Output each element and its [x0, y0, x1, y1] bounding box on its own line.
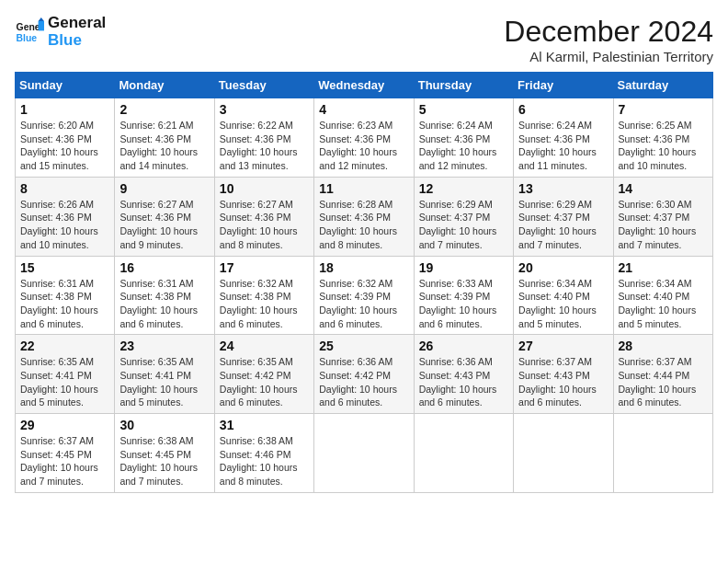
- logo-line1: General: [48, 15, 106, 32]
- day-info: Sunrise: 6:32 AM Sunset: 4:38 PM Dayligh…: [220, 277, 309, 331]
- calendar-cell: 29Sunrise: 6:37 AM Sunset: 4:45 PM Dayli…: [16, 414, 115, 493]
- calendar-cell: 11Sunrise: 6:28 AM Sunset: 4:36 PM Dayli…: [314, 177, 414, 256]
- calendar-cell: 7Sunrise: 6:25 AM Sunset: 4:36 PM Daylig…: [613, 98, 712, 178]
- logo: General Blue General Blue: [15, 15, 106, 49]
- day-info: Sunrise: 6:27 AM Sunset: 4:36 PM Dayligh…: [119, 198, 209, 252]
- day-number: 13: [518, 181, 608, 196]
- week-row-4: 22Sunrise: 6:35 AM Sunset: 4:41 PM Dayli…: [16, 335, 713, 414]
- calendar-cell: 23Sunrise: 6:35 AM Sunset: 4:41 PM Dayli…: [115, 335, 214, 414]
- day-number: 5: [419, 102, 508, 117]
- day-info: Sunrise: 6:24 AM Sunset: 4:36 PM Dayligh…: [518, 119, 608, 173]
- day-info: Sunrise: 6:35 AM Sunset: 4:41 PM Dayligh…: [119, 355, 209, 409]
- day-number: 26: [419, 339, 508, 353]
- day-info: Sunrise: 6:29 AM Sunset: 4:37 PM Dayligh…: [419, 198, 508, 252]
- day-number: 29: [20, 418, 109, 432]
- day-info: Sunrise: 6:32 AM Sunset: 4:39 PM Dayligh…: [319, 277, 408, 331]
- calendar-cell: 22Sunrise: 6:35 AM Sunset: 4:41 PM Dayli…: [16, 335, 115, 414]
- day-number: 18: [319, 260, 408, 275]
- calendar-cell: 21Sunrise: 6:34 AM Sunset: 4:40 PM Dayli…: [613, 256, 712, 335]
- calendar-cell: 18Sunrise: 6:32 AM Sunset: 4:39 PM Dayli…: [314, 256, 414, 335]
- week-row-3: 15Sunrise: 6:31 AM Sunset: 4:38 PM Dayli…: [16, 256, 713, 335]
- day-info: Sunrise: 6:37 AM Sunset: 4:43 PM Dayligh…: [518, 355, 608, 409]
- day-info: Sunrise: 6:25 AM Sunset: 4:36 PM Dayligh…: [619, 119, 708, 173]
- calendar-cell: 10Sunrise: 6:27 AM Sunset: 4:36 PM Dayli…: [214, 177, 313, 256]
- svg-marker-3: [39, 17, 44, 21]
- week-row-2: 8Sunrise: 6:26 AM Sunset: 4:36 PM Daylig…: [16, 177, 713, 256]
- day-info: Sunrise: 6:36 AM Sunset: 4:42 PM Dayligh…: [319, 355, 408, 409]
- logo-line2: Blue: [48, 32, 106, 50]
- day-info: Sunrise: 6:21 AM Sunset: 4:36 PM Dayligh…: [119, 119, 209, 173]
- day-number: 31: [220, 418, 309, 432]
- title-area: December 2024 Al Karmil, Palestinian Ter…: [504, 15, 713, 64]
- day-header-tuesday: Tuesday: [214, 73, 313, 98]
- day-info: Sunrise: 6:28 AM Sunset: 4:36 PM Dayligh…: [319, 198, 408, 252]
- calendar-cell: 16Sunrise: 6:31 AM Sunset: 4:38 PM Dayli…: [115, 256, 214, 335]
- day-info: Sunrise: 6:37 AM Sunset: 4:44 PM Dayligh…: [619, 355, 708, 409]
- day-info: Sunrise: 6:30 AM Sunset: 4:37 PM Dayligh…: [619, 198, 708, 252]
- day-number: 17: [220, 260, 309, 275]
- day-info: Sunrise: 6:38 AM Sunset: 4:45 PM Dayligh…: [119, 434, 209, 488]
- day-header-saturday: Saturday: [613, 73, 712, 98]
- day-number: 1: [20, 102, 109, 117]
- calendar-cell: 13Sunrise: 6:29 AM Sunset: 4:37 PM Dayli…: [514, 177, 613, 256]
- day-info: Sunrise: 6:38 AM Sunset: 4:46 PM Dayligh…: [220, 434, 309, 488]
- day-number: 19: [419, 260, 508, 275]
- calendar-cell: 17Sunrise: 6:32 AM Sunset: 4:38 PM Dayli…: [214, 256, 313, 335]
- day-info: Sunrise: 6:35 AM Sunset: 4:41 PM Dayligh…: [20, 355, 109, 409]
- calendar-cell: 30Sunrise: 6:38 AM Sunset: 4:45 PM Dayli…: [115, 414, 214, 493]
- calendar-cell: 28Sunrise: 6:37 AM Sunset: 4:44 PM Dayli…: [613, 335, 712, 414]
- day-number: 24: [220, 339, 309, 353]
- calendar-cell: 5Sunrise: 6:24 AM Sunset: 4:36 PM Daylig…: [414, 98, 513, 178]
- calendar-cell: 31Sunrise: 6:38 AM Sunset: 4:46 PM Dayli…: [214, 414, 313, 493]
- calendar-cell: 25Sunrise: 6:36 AM Sunset: 4:42 PM Dayli…: [314, 335, 414, 414]
- day-info: Sunrise: 6:33 AM Sunset: 4:39 PM Dayligh…: [419, 277, 508, 331]
- calendar-cell: 24Sunrise: 6:35 AM Sunset: 4:42 PM Dayli…: [214, 335, 313, 414]
- calendar-cell: [613, 414, 712, 493]
- day-number: 20: [518, 260, 608, 275]
- day-number: 3: [220, 102, 309, 117]
- day-header-monday: Monday: [115, 73, 214, 98]
- calendar-cell: [314, 414, 414, 493]
- day-number: 8: [20, 181, 109, 196]
- day-info: Sunrise: 6:36 AM Sunset: 4:43 PM Dayligh…: [419, 355, 508, 409]
- day-number: 21: [619, 260, 708, 275]
- calendar-cell: [514, 414, 613, 493]
- calendar-cell: 20Sunrise: 6:34 AM Sunset: 4:40 PM Dayli…: [514, 256, 613, 335]
- calendar-cell: 27Sunrise: 6:37 AM Sunset: 4:43 PM Dayli…: [514, 335, 613, 414]
- day-info: Sunrise: 6:26 AM Sunset: 4:36 PM Dayligh…: [20, 198, 109, 252]
- day-number: 30: [119, 418, 209, 432]
- day-info: Sunrise: 6:20 AM Sunset: 4:36 PM Dayligh…: [20, 119, 109, 173]
- calendar-cell: 15Sunrise: 6:31 AM Sunset: 4:38 PM Dayli…: [16, 256, 115, 335]
- day-number: 11: [319, 181, 408, 196]
- day-info: Sunrise: 6:31 AM Sunset: 4:38 PM Dayligh…: [119, 277, 209, 331]
- calendar-cell: [414, 414, 513, 493]
- day-number: 9: [119, 181, 209, 196]
- svg-text:Blue: Blue: [17, 32, 38, 42]
- day-info: Sunrise: 6:35 AM Sunset: 4:42 PM Dayligh…: [220, 355, 309, 409]
- week-row-1: 1Sunrise: 6:20 AM Sunset: 4:36 PM Daylig…: [16, 98, 713, 178]
- day-number: 12: [419, 181, 508, 196]
- day-info: Sunrise: 6:27 AM Sunset: 4:36 PM Dayligh…: [220, 198, 309, 252]
- calendar-cell: 9Sunrise: 6:27 AM Sunset: 4:36 PM Daylig…: [115, 177, 214, 256]
- day-number: 15: [20, 260, 109, 275]
- day-number: 6: [518, 102, 608, 117]
- day-number: 2: [119, 102, 209, 117]
- calendar-subtitle: Al Karmil, Palestinian Territory: [504, 49, 713, 64]
- day-number: 23: [119, 339, 209, 353]
- day-info: Sunrise: 6:23 AM Sunset: 4:36 PM Dayligh…: [319, 119, 408, 173]
- day-info: Sunrise: 6:37 AM Sunset: 4:45 PM Dayligh…: [20, 434, 109, 488]
- day-number: 10: [220, 181, 309, 196]
- day-info: Sunrise: 6:29 AM Sunset: 4:37 PM Dayligh…: [518, 198, 608, 252]
- day-header-wednesday: Wednesday: [314, 73, 414, 98]
- day-info: Sunrise: 6:24 AM Sunset: 4:36 PM Dayligh…: [419, 119, 508, 173]
- calendar-cell: 12Sunrise: 6:29 AM Sunset: 4:37 PM Dayli…: [414, 177, 513, 256]
- calendar-cell: 3Sunrise: 6:22 AM Sunset: 4:36 PM Daylig…: [214, 98, 313, 178]
- calendar-cell: 26Sunrise: 6:36 AM Sunset: 4:43 PM Dayli…: [414, 335, 513, 414]
- day-number: 22: [20, 339, 109, 353]
- day-number: 16: [119, 260, 209, 275]
- day-number: 14: [619, 181, 708, 196]
- day-header-sunday: Sunday: [16, 73, 115, 98]
- calendar-cell: 19Sunrise: 6:33 AM Sunset: 4:39 PM Dayli…: [414, 256, 513, 335]
- header: General Blue General Blue December 2024 …: [15, 15, 713, 64]
- day-info: Sunrise: 6:34 AM Sunset: 4:40 PM Dayligh…: [619, 277, 708, 331]
